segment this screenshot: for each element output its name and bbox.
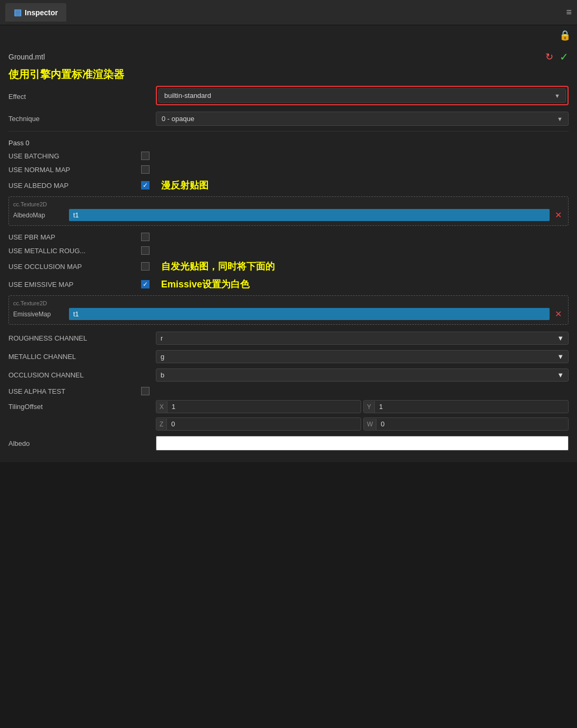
albedo-map-name: AlbedoMap <box>13 212 66 219</box>
use-metallic-roug-checkbox[interactable] <box>141 246 150 255</box>
tiling-w-field: W 0 <box>363 417 569 431</box>
pass0-header: Pass 0 <box>8 135 569 149</box>
emissive-check-mark: ✓ <box>143 281 148 288</box>
inspector-content: Ground.mtl ↻ ✓ 使用引擎内置标准渲染器 Effect builti… <box>0 45 577 462</box>
emissive-map-input-row: EmissiveMap t1 ✕ <box>13 308 564 320</box>
emissive-map-texture-box: cc.Texture2D EmissiveMap t1 ✕ <box>8 295 569 325</box>
tiling-y-value[interactable]: 1 <box>375 401 568 413</box>
occlusion-channel-row: OCCLUSION CHANNEL b ▼ <box>8 366 569 384</box>
metallic-channel-arrow: ▼ <box>557 353 564 361</box>
use-metallic-roug-label: USE METALLIC ROUG... <box>8 247 135 255</box>
file-row: Ground.mtl ↻ ✓ <box>8 45 569 65</box>
albedo-label: Albedo <box>8 440 156 447</box>
lock-area: 🔒 <box>0 25 577 45</box>
technique-dropdown[interactable]: 0 - opaque ▼ <box>156 112 569 126</box>
inspector-tab-label: Inspector <box>25 8 58 17</box>
effect-dropdown-wrapper: builtin-standard ▼ <box>156 86 569 107</box>
tiling-offset-row1: TilingOffset X 1 Y 1 <box>8 398 569 415</box>
use-normal-map-row: USE NORMAL MAP <box>8 163 569 176</box>
effect-row: Effect builtin-standard ▼ <box>8 84 569 109</box>
use-pbr-map-label: USE PBR MAP <box>8 233 135 241</box>
inspector-header: ▤ Inspector ≡ <box>0 0 577 25</box>
use-metallic-roug-row: USE METALLIC ROUG... <box>8 244 569 257</box>
albedo-color-swatch[interactable] <box>156 436 569 451</box>
albedo-row: Albedo <box>8 433 569 454</box>
effect-value: builtin-standard <box>164 92 211 99</box>
effect-label: Effect <box>8 93 156 101</box>
roughness-channel-dropdown[interactable]: r ▼ <box>156 332 569 345</box>
metallic-channel-dropdown[interactable]: g ▼ <box>156 350 569 363</box>
metallic-channel-row: METALLIC CHANNEL g ▼ <box>8 347 569 366</box>
tiling-w-axis: W <box>364 418 376 430</box>
use-albedo-map-label: USE ALBEDO MAP <box>8 182 135 190</box>
use-normal-map-label: USE NORMAL MAP <box>8 166 135 174</box>
technique-row: Technique 0 - opaque ▼ <box>8 109 569 128</box>
use-emissive-map-row: USE EMISSIVE MAP ✓ Emissive设置为白色 <box>8 275 569 293</box>
occlusion-channel-arrow: ▼ <box>557 371 564 379</box>
menu-icon[interactable]: ≡ <box>566 7 572 18</box>
roughness-channel-arrow: ▼ <box>557 334 564 342</box>
use-occlusion-map-label: USE OCCLUSION MAP <box>8 263 135 271</box>
use-batching-label: USE BATCHING <box>8 152 135 160</box>
use-pbr-map-row: USE PBR MAP <box>8 230 569 244</box>
use-occlusion-map-row: USE OCCLUSION MAP 自发光贴图，同时将下面的 <box>8 257 569 275</box>
technique-label: Technique <box>8 115 156 123</box>
use-pbr-map-checkbox[interactable] <box>141 233 150 241</box>
confirm-button[interactable]: ✓ <box>560 51 569 63</box>
effect-dropdown[interactable]: builtin-standard ▼ <box>158 88 566 103</box>
annotation-emissive-1: 自发光贴图，同时将下面的 <box>161 260 275 273</box>
use-alpha-test-row: USE ALPHA TEST <box>8 384 569 398</box>
tiling-w-value[interactable]: 0 <box>376 418 568 430</box>
tiling-x-value[interactable]: 1 <box>167 401 361 413</box>
technique-value: 0 - opaque <box>162 115 194 123</box>
albedo-map-value[interactable]: t1 <box>69 209 550 221</box>
use-albedo-map-row: USE ALBEDO MAP ✓ 漫反射贴图 <box>8 176 569 194</box>
tiling-y-field: Y 1 <box>363 400 569 413</box>
tiling-offset-row2: Z 0 W 0 <box>8 415 569 433</box>
tiling-x-field: X 1 <box>156 400 361 413</box>
tiling-offset-label: TilingOffset <box>8 403 156 411</box>
refresh-button[interactable]: ↻ <box>545 51 553 63</box>
lock-icon[interactable]: 🔒 <box>559 29 571 41</box>
use-emissive-map-label: USE EMISSIVE MAP <box>8 281 135 288</box>
albedo-map-clear-button[interactable]: ✕ <box>553 210 564 220</box>
use-normal-map-checkbox[interactable] <box>141 165 150 174</box>
metallic-channel-label: METALLIC CHANNEL <box>8 353 156 361</box>
albedo-map-texture-box: cc.Texture2D AlbedoMap t1 ✕ <box>8 196 569 226</box>
use-alpha-test-label: USE ALPHA TEST <box>8 387 135 395</box>
occlusion-channel-value: b <box>161 371 164 379</box>
technique-dropdown-wrapper: 0 - opaque ▼ <box>156 112 569 126</box>
annotation-albedo-map: 漫反射贴图 <box>161 179 208 192</box>
divider-1 <box>8 131 569 132</box>
metallic-channel-value: g <box>161 353 164 361</box>
use-emissive-map-checkbox[interactable]: ✓ <box>141 280 150 288</box>
occlusion-channel-dropdown[interactable]: b ▼ <box>156 368 569 382</box>
occlusion-channel-label: OCCLUSION CHANNEL <box>8 371 156 379</box>
tiling-z-field: Z 0 <box>156 417 361 431</box>
use-batching-checkbox[interactable] <box>141 152 150 160</box>
use-albedo-map-checkbox[interactable]: ✓ <box>141 181 150 190</box>
file-name: Ground.mtl <box>8 53 45 61</box>
emissive-map-type-label: cc.Texture2D <box>13 300 564 306</box>
tiling-offset-inputs-2: Z 0 W 0 <box>156 417 569 431</box>
roughness-channel-value: r <box>161 334 163 342</box>
albedo-map-input-row: AlbedoMap t1 ✕ <box>13 209 564 221</box>
annotation-builtin-renderer: 使用引擎内置标准渲染器 <box>8 65 569 84</box>
inspector-tab[interactable]: ▤ Inspector <box>5 3 66 22</box>
use-batching-row: USE BATCHING <box>8 149 569 163</box>
tiling-x-axis: X <box>156 401 167 413</box>
annotation-emissive-2: Emissive设置为白色 <box>161 278 250 291</box>
effect-dropdown-red-border: builtin-standard ▼ <box>156 86 569 105</box>
albedo-check-mark: ✓ <box>143 182 148 189</box>
tiling-z-value[interactable]: 0 <box>167 418 361 430</box>
roughness-channel-row: ROUGHNESS CHANNEL r ▼ <box>8 329 569 347</box>
albedo-map-type-label: cc.Texture2D <box>13 201 564 207</box>
effect-dropdown-arrow: ▼ <box>554 93 560 99</box>
roughness-channel-label: ROUGHNESS CHANNEL <box>8 334 156 342</box>
emissive-map-value[interactable]: t1 <box>69 308 550 320</box>
tab-icon: ▤ <box>14 7 22 17</box>
use-occlusion-map-checkbox[interactable] <box>141 262 150 271</box>
use-alpha-test-checkbox[interactable] <box>141 387 150 395</box>
tiling-offset-inputs-1: X 1 Y 1 <box>156 400 569 413</box>
emissive-map-clear-button[interactable]: ✕ <box>553 309 564 319</box>
